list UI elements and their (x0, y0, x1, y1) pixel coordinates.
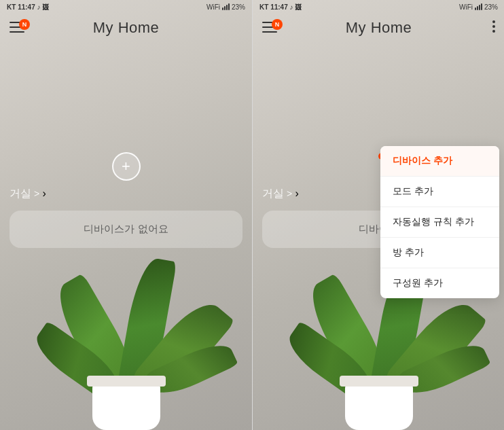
left-icons: ♪ 🖼 (37, 3, 49, 11)
plant-decoration (52, 145, 201, 430)
left-battery: 23% (232, 3, 245, 11)
left-room-chevron: › (43, 187, 46, 199)
right-signal (475, 3, 482, 10)
left-carrier-time: KT 11:47 ♪ 🖼 (7, 3, 49, 11)
left-signal (222, 3, 230, 10)
right-phone-panel: KT 11:47 ♪ 🖼 WiFi 23% My Home N (253, 0, 504, 430)
dot-1 (492, 20, 495, 23)
dot-3 (492, 30, 495, 33)
right-status-bar: KT 11:47 ♪ 🖼 WiFi 23% (253, 0, 504, 14)
menu-item-add-automation[interactable]: 자동실행 규칙 추가 (380, 207, 499, 238)
menu-item-add-member[interactable]: 구성원 추가 (380, 268, 499, 298)
right-notification-badge[interactable]: N (272, 19, 283, 30)
menu-line-3 (10, 31, 24, 33)
left-page-title: My Home (0, 19, 252, 37)
right-wifi-icon: WiFi (459, 3, 473, 11)
right-battery: 23% (484, 3, 498, 11)
right-time: 11:47 (270, 3, 288, 11)
left-wifi-icon: WiFi (206, 3, 220, 11)
left-notification-badge[interactable]: N (19, 19, 30, 30)
right-room-label: 거실 (262, 187, 292, 199)
left-time: 11:47 (18, 3, 35, 11)
right-icons: ♪ 🖼 (289, 3, 302, 11)
right-carrier-time: KT 11:47 ♪ 🖼 (259, 3, 302, 11)
menu-item-add-device[interactable]: 디바이스 추가 (380, 146, 499, 177)
left-no-device-text: 디바이스가 없어요 (84, 223, 168, 234)
right-status-right: WiFi 23% (459, 3, 498, 11)
dropdown-menu: 디바이스 추가 모드 추가 자동실행 규칙 추가 방 추가 구성원 추가 (380, 146, 499, 298)
right-room-section[interactable]: 거실 › (262, 187, 299, 201)
right-more-options-button[interactable] (492, 20, 495, 33)
left-no-device-box: 디바이스가 없어요 (10, 211, 242, 248)
left-status-bar: KT 11:47 ♪ 🖼 WiFi 23% (0, 0, 252, 14)
left-status-right: WiFi 23% (206, 3, 245, 11)
left-phone-panel: KT 11:47 ♪ 🖼 WiFi 23% My Home N + 거실 (0, 0, 252, 430)
left-plus-icon: + (122, 159, 130, 174)
dot-2 (492, 25, 495, 28)
left-room-section[interactable]: 거실 › (10, 187, 46, 201)
menu-item-add-mode[interactable]: 모드 추가 (380, 177, 499, 207)
left-room-label: 거실 (10, 187, 39, 199)
left-add-button[interactable]: + (112, 152, 141, 181)
right-room-chevron: › (295, 187, 299, 199)
right-page-title: My Home (253, 19, 504, 37)
menu-item-add-room[interactable]: 방 추가 (380, 238, 499, 268)
right-menu-line-3 (262, 31, 277, 33)
